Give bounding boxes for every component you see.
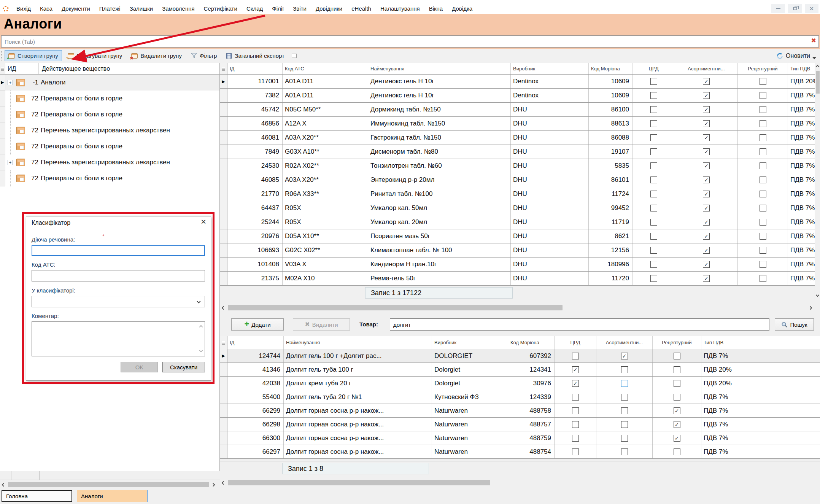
table-row[interactable]: 45742N05C M50**Дормикинд табл. №150DHU86… — [220, 103, 815, 117]
checkbox-unchecked[interactable] — [572, 407, 579, 414]
checkbox-checked[interactable] — [703, 261, 710, 268]
table-row[interactable]: 106693G02C X02**Климактоплан табл. № 100… — [220, 243, 815, 258]
tree-row[interactable]: 72Препараты от боли в горле — [0, 91, 219, 107]
checkbox-unchecked[interactable] — [760, 219, 766, 226]
checkbox-unchecked[interactable] — [621, 448, 628, 455]
products-horizontal-scrollbar[interactable] — [220, 479, 820, 487]
checkbox-unchecked[interactable] — [760, 205, 766, 211]
column-header[interactable]: Тип ПДВ — [788, 63, 815, 74]
checkbox-checked[interactable] — [572, 380, 579, 387]
checkbox-unchecked[interactable] — [760, 78, 766, 85]
checkbox-unchecked[interactable] — [760, 233, 766, 240]
checkbox-checked[interactable] — [703, 162, 710, 169]
table-column-chooser[interactable] — [220, 336, 227, 349]
checkbox-checked[interactable] — [703, 92, 710, 99]
checkbox-checked[interactable] — [703, 219, 710, 226]
tree-header-id[interactable]: ИД — [5, 63, 39, 74]
column-header[interactable]: Виробник — [511, 63, 589, 74]
tree-row[interactable]: 72Препараты от боли в горле — [0, 138, 219, 154]
checkbox-unchecked[interactable] — [650, 261, 657, 268]
checkbox-unchecked[interactable] — [760, 134, 766, 141]
product-search-input[interactable] — [390, 318, 769, 331]
column-header[interactable]: Рецептурний — [738, 63, 788, 74]
column-header[interactable]: Тип ПДВ — [701, 336, 820, 349]
comment-textarea[interactable] — [32, 321, 205, 356]
checkbox-checked[interactable] — [572, 366, 579, 373]
tree-row[interactable]: ▶+-1Аналоги — [0, 75, 219, 91]
checkbox-checked[interactable] — [674, 421, 680, 428]
menu-item-2[interactable]: Каса — [35, 5, 57, 12]
checkbox-unchecked[interactable] — [650, 78, 657, 85]
checkbox-checked[interactable] — [703, 176, 710, 183]
column-header[interactable]: Код АТС — [283, 63, 368, 74]
column-header[interactable]: Асортиментни... — [675, 63, 738, 74]
table-row[interactable]: ▶117001A01A D11Дентинокс гель Н 10гDenti… — [220, 75, 815, 89]
checkbox-unchecked[interactable] — [760, 247, 766, 254]
column-list-icon[interactable] — [292, 54, 297, 58]
checkbox-unchecked[interactable] — [760, 92, 766, 99]
refresh-dropdown-icon[interactable] — [812, 57, 816, 59]
tree-header-substance[interactable]: Действующее вещество — [39, 63, 219, 74]
checkbox-unchecked[interactable] — [650, 219, 657, 226]
column-header[interactable]: Найменування — [368, 63, 511, 74]
checkbox-unchecked[interactable] — [760, 120, 766, 127]
checkbox-unchecked[interactable] — [572, 421, 579, 428]
minimize-button[interactable] — [771, 4, 785, 13]
checkbox-unchecked[interactable] — [760, 176, 766, 183]
checkbox-unchecked[interactable] — [760, 162, 766, 169]
checkbox-checked[interactable] — [674, 407, 680, 414]
checkbox-unchecked[interactable] — [621, 421, 628, 428]
table-row[interactable]: 21770R06A X33**Ринитал табл. №100DHU1172… — [220, 187, 815, 201]
restore-button[interactable] — [788, 4, 802, 13]
table-row[interactable]: 46856A12A XИммунокинд табл. №150DHU88613… — [220, 117, 815, 131]
tree-column-chooser[interactable] — [0, 63, 5, 74]
checkbox-unchecked[interactable] — [760, 106, 766, 113]
scrollbar-thumb[interactable] — [8, 482, 209, 487]
scrollbar-thumb[interactable] — [228, 480, 490, 485]
checkbox-unchecked[interactable] — [572, 448, 579, 455]
table-row[interactable]: 42038Долгит крем туба 20 гDolorgiet30976… — [220, 377, 820, 390]
column-header[interactable]: Код Моріона — [589, 63, 632, 74]
column-header[interactable]: ІД — [227, 336, 284, 349]
table-column-chooser[interactable] — [220, 63, 227, 74]
checkbox-unchecked[interactable] — [650, 176, 657, 183]
refresh-button[interactable]: Оновити — [786, 52, 810, 59]
menu-item-15[interactable]: Довідка — [447, 5, 477, 12]
menu-item-4[interactable]: Платежі — [95, 5, 125, 12]
column-header[interactable]: ЦРД — [555, 336, 596, 349]
clear-search-icon[interactable]: ✖ — [811, 38, 816, 44]
cancel-button[interactable]: Скасувати — [162, 362, 205, 372]
table-row[interactable]: 20976D05A X10**Псориатен мазь 50гDHU8621… — [220, 229, 815, 243]
tab-analogs[interactable]: Аналоги — [77, 490, 148, 502]
dialog-close-icon[interactable]: × — [201, 217, 206, 226]
checkbox-checked[interactable] — [674, 435, 680, 442]
table-row[interactable]: 41346Долгит гель туба 100 гDolorgiet1243… — [220, 363, 820, 377]
scroll-up-icon[interactable] — [816, 65, 820, 69]
menu-item-13[interactable]: Налаштування — [376, 5, 424, 12]
menu-item-11[interactable]: Довідники — [311, 5, 347, 12]
checkbox-checked[interactable] — [703, 191, 710, 197]
table-row[interactable]: 24530R02A X02**Тонзилотрен табл. №60DHU5… — [220, 159, 815, 173]
checkbox-checked[interactable] — [621, 353, 628, 359]
create-group-button[interactable]: + Створити групу — [5, 50, 62, 61]
checkbox-unchecked[interactable] — [621, 380, 628, 387]
main-horizontal-scrollbar[interactable] — [220, 303, 815, 312]
substance-input[interactable] — [32, 245, 205, 256]
checkbox-checked[interactable] — [703, 120, 710, 127]
checkbox-unchecked[interactable] — [674, 366, 680, 373]
table-row[interactable]: 25244R05XУмкалор кап. 20млDHU11719ПДВ 7% — [220, 215, 815, 229]
table-row[interactable]: 101408V03A XКиндинорм Н гран.10гDHU18099… — [220, 258, 815, 272]
scrollbar-thumb[interactable] — [228, 305, 563, 310]
checkbox-unchecked[interactable] — [650, 247, 657, 254]
table-row[interactable]: 66299Долгит горная сосна р-р накож...Nat… — [220, 404, 820, 418]
export-button[interactable]: Загальний експорт — [222, 51, 288, 61]
checkbox-checked[interactable] — [703, 148, 710, 155]
checkbox-unchecked[interactable] — [760, 261, 766, 268]
checkbox-unchecked[interactable] — [650, 134, 657, 141]
table-row[interactable]: 7849G03X A10**Дисменорм табл. №80DHU1910… — [220, 145, 815, 159]
table-row[interactable]: 64437R05XУмкалор кап. 50млDHU99452ПДВ 7% — [220, 201, 815, 215]
scroll-right-icon[interactable] — [211, 483, 215, 487]
checkbox-unchecked[interactable] — [650, 162, 657, 169]
ok-button[interactable]: ОК — [121, 362, 158, 372]
checkbox-unchecked[interactable] — [650, 148, 657, 155]
